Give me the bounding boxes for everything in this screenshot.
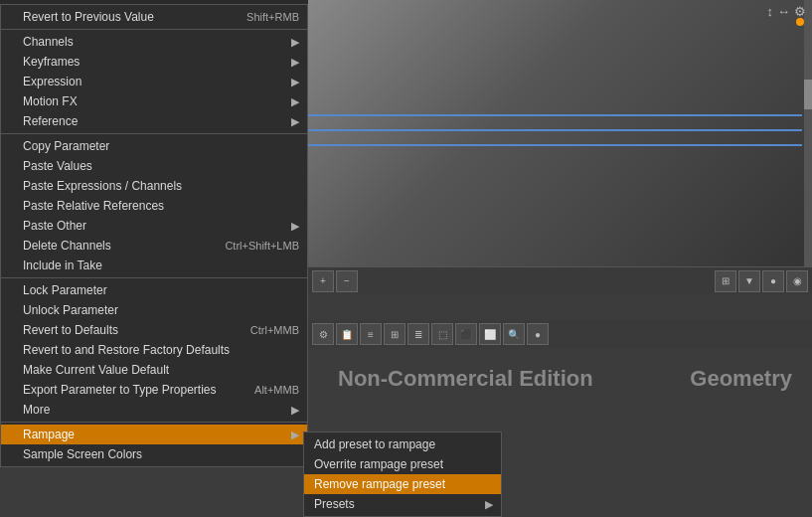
menu-item-paste-rel[interactable]: Paste Relative References: [1, 196, 307, 216]
menu-label-copy-param: Copy Parameter: [23, 139, 109, 153]
menu-item-revert-prev[interactable]: Revert to Previous Value Shift+RMB: [1, 7, 307, 27]
shortcut-revert-prev: Shift+RMB: [246, 11, 299, 23]
submenu-remove-preset[interactable]: Remove rampage preset: [304, 474, 501, 494]
submenu-label-remove-preset: Remove rampage preset: [314, 477, 445, 491]
menu-item-reference[interactable]: Reference ▶: [1, 111, 307, 131]
menu-item-sample-screen[interactable]: Sample Screen Colors: [1, 444, 307, 464]
menu-item-delete-channels[interactable]: Delete Channels Ctrl+Shift+LMB: [1, 236, 307, 256]
rampage-submenu: Add preset to rampage Overrite rampage p…: [303, 431, 502, 517]
arrow-expression: ▶: [291, 76, 299, 88]
menu-item-expression[interactable]: Expression ▶: [1, 72, 307, 91]
menu-label-export-param: Export Parameter to Type Properties: [23, 383, 217, 397]
menu-label-paste-expr: Paste Expressions / Channels: [23, 179, 182, 193]
settings-icon[interactable]: ⚙: [794, 4, 806, 19]
menu-label-lock-param: Lock Parameter: [23, 283, 107, 297]
icon-toolbar: ⚙ 📋 ≡ ⊞ ≣ ⬚ ⬛ ⬜ 🔍 ●: [308, 320, 812, 348]
menu-item-include-take[interactable]: Include in Take: [1, 256, 307, 275]
menu-item-lock-param[interactable]: Lock Parameter: [1, 280, 307, 300]
menu-label-more: More: [23, 403, 50, 417]
menu-label-reference: Reference: [23, 114, 78, 128]
submenu-add-preset[interactable]: Add preset to rampage: [304, 434, 501, 454]
scroll-bar-right[interactable]: [804, 0, 812, 268]
icon-btn-circle[interactable]: ●: [527, 323, 549, 345]
menu-label-keyframes: Keyframes: [23, 55, 80, 69]
bottom-toolbar: + − ⊞ ▼ ● ◉: [308, 266, 812, 294]
shortcut-export-param: Alt+MMB: [254, 384, 299, 396]
separator-2: [1, 133, 307, 134]
menu-label-delete-channels: Delete Channels: [23, 239, 111, 253]
menu-label-rampage: Rampage: [23, 428, 75, 441]
arrow-reference: ▶: [291, 115, 299, 128]
toolbar-btn-2[interactable]: −: [336, 270, 358, 292]
icon-btn-search[interactable]: 🔍: [503, 323, 525, 345]
menu-item-paste-values[interactable]: Paste Values: [1, 156, 307, 176]
menu-item-paste-expr[interactable]: Paste Expressions / Channels: [1, 176, 307, 196]
shortcut-delete-channels: Ctrl+Shift+LMB: [225, 240, 299, 252]
curve-line-2: [308, 129, 802, 131]
arrow-rampage: ▶: [291, 429, 299, 441]
icon-btn-4[interactable]: ⊞: [384, 323, 406, 345]
menu-label-motion-fx: Motion FX: [23, 94, 78, 108]
icon-btn-5[interactable]: ≣: [407, 323, 429, 345]
menu-item-more[interactable]: More ▶: [1, 400, 307, 420]
separator-4: [1, 422, 307, 423]
menu-label-paste-values: Paste Values: [23, 159, 92, 173]
curve-area: [308, 0, 812, 268]
icon-btn-2[interactable]: 📋: [336, 323, 358, 345]
menu-item-paste-other[interactable]: Paste Other ▶: [1, 216, 307, 236]
menu-item-revert-defaults[interactable]: Revert to Defaults Ctrl+MMB: [1, 320, 307, 340]
menu-item-make-current[interactable]: Make Current Value Default: [1, 360, 307, 380]
separator-3: [1, 277, 307, 278]
toolbar-btn-4[interactable]: ●: [762, 270, 784, 292]
menu-label-revert-factory: Revert to and Restore Factory Defaults: [23, 343, 230, 357]
arrow-channels: ▶: [291, 36, 299, 49]
curve-line-1: [308, 114, 802, 116]
menu-item-keyframes[interactable]: Keyframes ▶: [1, 52, 307, 72]
scroll-thumb[interactable]: [804, 80, 812, 109]
top-bar: ↕ ↔ ⚙: [761, 0, 813, 23]
arrow-keyframes: ▶: [291, 56, 299, 69]
curve-line-3: [308, 144, 802, 146]
submenu-overrite-preset[interactable]: Overrite rampage preset: [304, 454, 501, 474]
expand-horizontal-icon[interactable]: ↔: [777, 4, 790, 19]
menu-item-export-param[interactable]: Export Parameter to Type Properties Alt+…: [1, 380, 307, 400]
menu-item-copy-param[interactable]: Copy Parameter: [1, 136, 307, 156]
menu-item-channels[interactable]: Channels ▶: [1, 32, 307, 52]
icon-btn-3[interactable]: ≡: [360, 323, 382, 345]
menu-item-motion-fx[interactable]: Motion FX ▶: [1, 91, 307, 111]
arrow-presets: ▶: [485, 498, 493, 511]
menu-item-revert-factory[interactable]: Revert to and Restore Factory Defaults: [1, 340, 307, 360]
menu-item-unlock-param[interactable]: Unlock Parameter: [1, 300, 307, 320]
icon-btn-8[interactable]: ⬜: [479, 323, 501, 345]
menu-label-revert-defaults: Revert to Defaults: [23, 323, 118, 337]
menu-label-sample-screen: Sample Screen Colors: [23, 447, 142, 461]
menu-label-include-take: Include in Take: [23, 258, 102, 272]
shortcut-revert-defaults: Ctrl+MMB: [250, 324, 299, 336]
menu-label-paste-other: Paste Other: [23, 219, 86, 233]
icon-btn-7[interactable]: ⬛: [455, 323, 477, 345]
toolbar-btn-1[interactable]: +: [312, 270, 334, 292]
menu-item-rampage[interactable]: Rampage ▶: [1, 425, 307, 444]
expand-vertical-icon[interactable]: ↕: [767, 4, 774, 19]
icon-btn-6[interactable]: ⬚: [431, 323, 453, 345]
toolbar-btn-5[interactable]: ◉: [786, 270, 808, 292]
toolbar-btn-3[interactable]: ⊞: [715, 270, 736, 292]
menu-label-paste-rel: Paste Relative References: [23, 199, 164, 213]
menu-label-make-current: Make Current Value Default: [23, 363, 169, 377]
submenu-label-presets: Presets: [314, 497, 355, 511]
submenu-label-add-preset: Add preset to rampage: [314, 437, 435, 451]
arrow-motion-fx: ▶: [291, 95, 299, 108]
submenu-presets[interactable]: Presets ▶: [304, 494, 501, 514]
menu-label-channels: Channels: [23, 35, 74, 49]
toolbar-dropdown[interactable]: ▼: [738, 270, 760, 292]
icon-btn-1[interactable]: ⚙: [312, 323, 334, 345]
separator-1: [1, 29, 307, 30]
menu-label-expression: Expression: [23, 75, 81, 88]
arrow-more: ▶: [291, 404, 299, 417]
menu-label-revert-prev: Revert to Previous Value: [23, 10, 154, 24]
context-menu: Revert to Previous Value Shift+RMB Chann…: [0, 4, 308, 467]
arrow-paste-other: ▶: [291, 220, 299, 233]
submenu-label-overrite-preset: Overrite rampage preset: [314, 457, 443, 471]
menu-label-unlock-param: Unlock Parameter: [23, 303, 118, 317]
